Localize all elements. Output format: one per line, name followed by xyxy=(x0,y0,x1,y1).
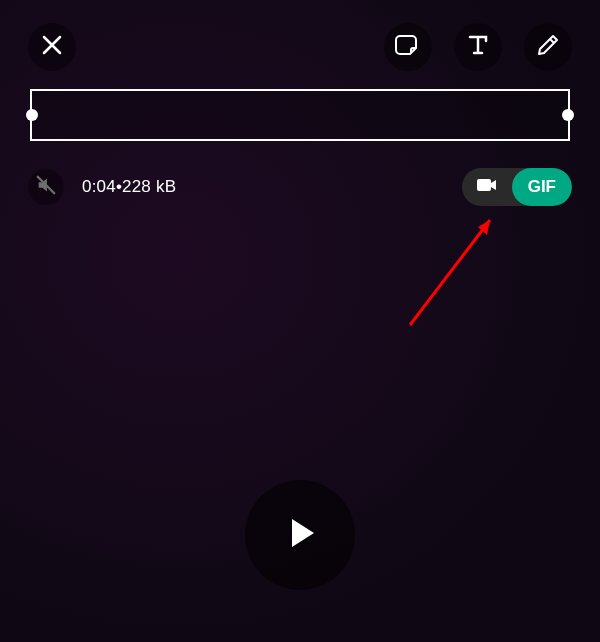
info-row: 0:04 • 228 kB GIF xyxy=(0,165,600,209)
close-button[interactable] xyxy=(28,23,76,71)
video-camera-icon xyxy=(476,177,498,198)
speaker-muted-icon xyxy=(35,174,57,200)
top-toolbar xyxy=(0,22,600,72)
play-icon xyxy=(278,511,322,559)
sticker-button[interactable] xyxy=(384,23,432,71)
video-filesize: 228 kB xyxy=(122,177,176,197)
draw-button[interactable] xyxy=(524,23,572,71)
pencil-icon xyxy=(536,33,560,61)
video-duration: 0:04 xyxy=(82,177,116,197)
toggle-gif-option[interactable]: GIF xyxy=(512,168,572,206)
trim-handle-start[interactable] xyxy=(26,109,38,121)
svg-line-1 xyxy=(410,220,490,325)
trim-handle-end[interactable] xyxy=(562,109,574,121)
gif-label: GIF xyxy=(528,177,556,197)
close-icon xyxy=(41,34,63,60)
svg-rect-0 xyxy=(477,179,491,191)
toggle-video-option[interactable] xyxy=(462,168,512,206)
text-icon xyxy=(466,33,490,61)
sticker-icon xyxy=(395,32,421,62)
top-toolbar-right xyxy=(384,23,572,71)
video-gif-toggle: GIF xyxy=(462,168,572,206)
mute-button[interactable] xyxy=(28,169,64,205)
video-trim-track[interactable] xyxy=(30,89,570,141)
svg-marker-2 xyxy=(478,220,490,235)
text-tool-button[interactable] xyxy=(454,23,502,71)
play-button[interactable] xyxy=(245,480,355,590)
annotation-arrow xyxy=(390,205,520,339)
